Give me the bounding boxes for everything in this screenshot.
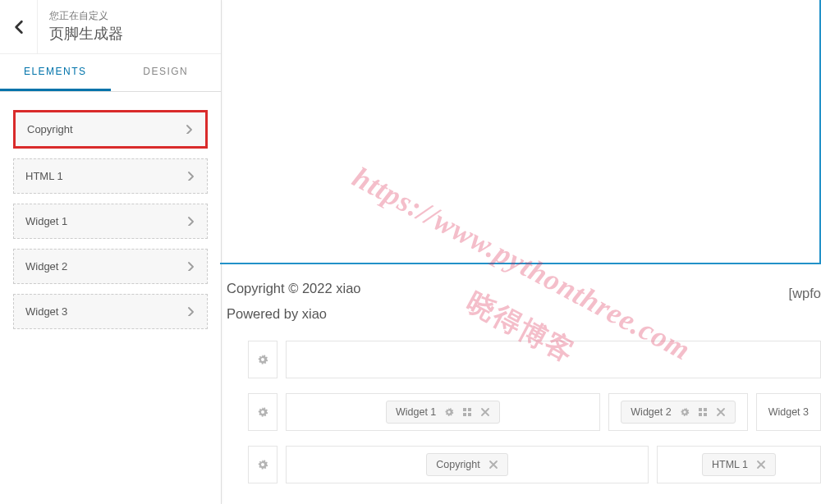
chevron-right-icon <box>186 262 195 271</box>
footer-builder: Widget 1 Widget 2 <box>222 341 821 498</box>
elements-list: Copyright HTML 1 Widget 1 Widget 2 Widge… <box>0 92 221 357</box>
footer-shortcode: [wpfo <box>789 281 821 306</box>
row-settings-button[interactable] <box>248 341 277 378</box>
builder-zone[interactable]: Widget 1 <box>286 393 600 431</box>
grid-icon[interactable] <box>698 407 708 417</box>
element-label: Widget 3 <box>25 305 67 318</box>
grid-icon[interactable] <box>462 407 472 417</box>
back-button[interactable] <box>0 0 38 53</box>
builder-row-1 <box>248 341 821 378</box>
chip-label: Copyright <box>436 459 480 470</box>
builder-zone-empty[interactable] <box>286 341 821 378</box>
tab-design[interactable]: DESIGN <box>111 54 222 91</box>
gear-icon <box>257 459 268 470</box>
gear-icon[interactable] <box>680 407 690 417</box>
close-icon[interactable] <box>488 460 498 470</box>
footer-preview: Copyright © 2022 xiao Powered by xiao [w… <box>222 264 821 341</box>
chevron-right-icon <box>186 307 195 316</box>
row-settings-button[interactable] <box>248 446 277 483</box>
sidebar-subtitle: 您正在自定义 <box>49 8 123 23</box>
footer-line-1: Copyright © 2022 xiao <box>227 276 816 301</box>
gear-icon[interactable] <box>444 407 454 417</box>
sidebar-title: 页脚生成器 <box>49 23 123 45</box>
element-html-1[interactable]: HTML 1 <box>13 158 208 194</box>
chip-label: Widget 1 <box>396 406 436 418</box>
chip-widget-2[interactable]: Widget 2 <box>621 401 735 424</box>
element-label: HTML 1 <box>25 170 63 182</box>
sidebar-header: 您正在自定义 页脚生成器 <box>0 0 221 54</box>
chip-label: HTML 1 <box>712 459 748 470</box>
element-widget-2[interactable]: Widget 2 <box>13 249 208 284</box>
builder-zone[interactable]: Copyright <box>286 446 649 483</box>
chip-label: Widget 2 <box>631 406 671 418</box>
chevron-right-icon <box>185 125 194 134</box>
customizer-sidebar: 您正在自定义 页脚生成器 ELEMENTS DESIGN Copyright H… <box>0 0 222 504</box>
chevron-right-icon <box>186 172 195 181</box>
element-label: Widget 1 <box>25 215 67 227</box>
builder-row-3: Copyright HTML 1 <box>248 446 821 483</box>
chip-label: Widget 3 <box>768 406 809 418</box>
preview-canvas[interactable] <box>220 0 821 264</box>
element-widget-3[interactable]: Widget 3 <box>13 294 208 329</box>
sidebar-tabs: ELEMENTS DESIGN <box>0 54 221 92</box>
chevron-left-icon <box>11 20 26 34</box>
element-widget-1[interactable]: Widget 1 <box>13 204 208 239</box>
tab-elements[interactable]: ELEMENTS <box>0 54 111 91</box>
builder-zone[interactable]: HTML 1 <box>657 446 821 483</box>
element-label: Copyright <box>27 123 73 135</box>
close-icon[interactable] <box>480 407 490 417</box>
gear-icon <box>257 354 268 365</box>
element-label: Widget 2 <box>25 260 67 273</box>
chip-widget-1[interactable]: Widget 1 <box>386 401 500 424</box>
builder-zone[interactable]: Widget 3 <box>756 393 821 431</box>
chip-copyright[interactable]: Copyright <box>426 453 508 476</box>
builder-row-2: Widget 1 Widget 2 <box>248 393 821 431</box>
row-settings-button[interactable] <box>248 393 277 431</box>
element-copyright[interactable]: Copyright <box>13 110 208 149</box>
footer-line-2: Powered by xiao <box>227 301 816 327</box>
chevron-right-icon <box>186 217 195 226</box>
close-icon[interactable] <box>756 460 766 470</box>
chip-widget-3[interactable]: Widget 3 <box>768 406 809 418</box>
gear-icon <box>257 406 268 418</box>
sidebar-title-block: 您正在自定义 页脚生成器 <box>38 0 135 53</box>
chip-html-1[interactable]: HTML 1 <box>702 453 776 476</box>
builder-zone[interactable]: Widget 2 <box>608 393 747 431</box>
preview-pane: https://www.pythonthree.com 晓得博客 Copyrig… <box>222 0 821 504</box>
close-icon[interactable] <box>716 407 726 417</box>
